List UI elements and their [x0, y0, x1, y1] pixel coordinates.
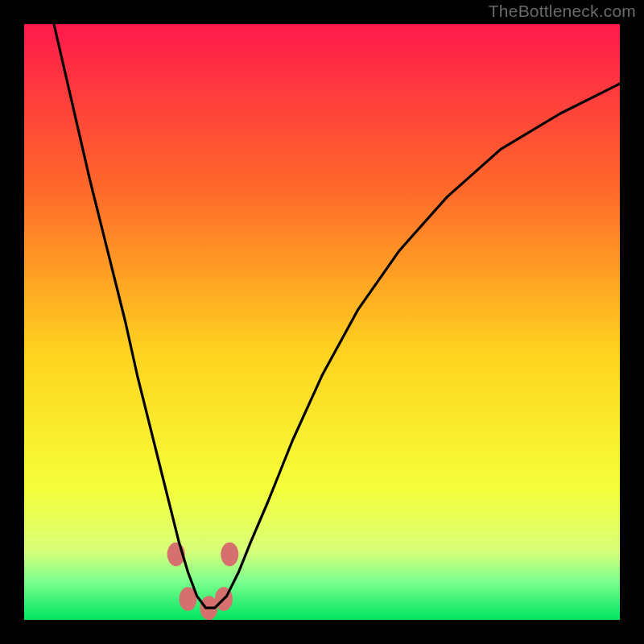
watermark-text: TheBottleneck.com [489, 2, 636, 21]
data-marker [221, 543, 238, 567]
chart-frame [24, 24, 620, 620]
gradient-background [24, 24, 620, 620]
chart-canvas [24, 24, 620, 620]
